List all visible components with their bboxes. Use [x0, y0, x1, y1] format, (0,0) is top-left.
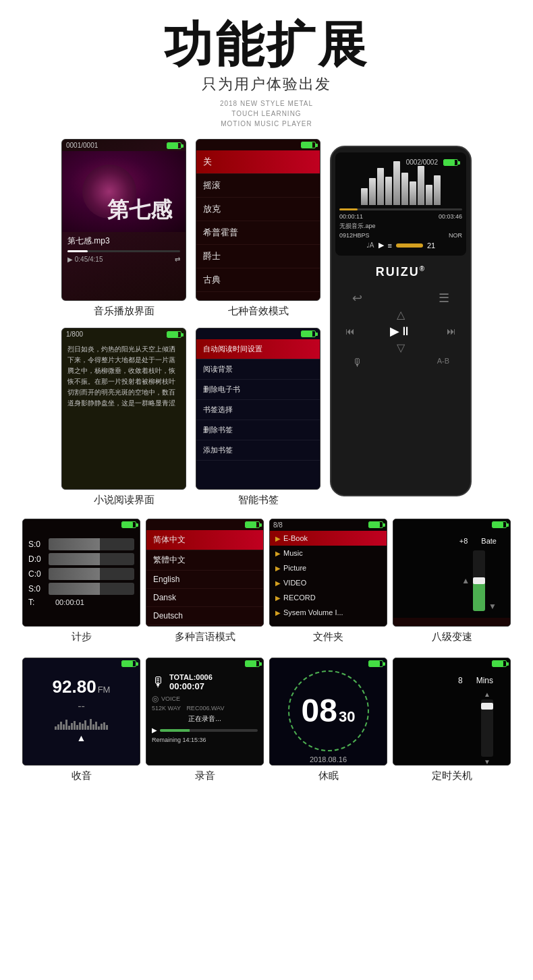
device-nav-row1: ↩ ☰	[339, 291, 463, 306]
folder-item-3[interactable]: ▶VIDEO	[270, 575, 387, 590]
eq-item-4[interactable]: 爵士	[196, 245, 320, 268]
lang-battery	[245, 521, 260, 528]
rec-format-row: 512K WAY REC006.WAV	[152, 705, 258, 712]
radio-bar-17	[98, 726, 100, 730]
back-icon[interactable]: ↩	[352, 291, 362, 306]
lang-header	[146, 519, 263, 530]
bookmark-item-1[interactable]: 阅读背景	[196, 359, 320, 380]
eq-item-3[interactable]: 希普霍普	[196, 221, 320, 245]
pedometer-bar-c	[49, 568, 134, 580]
mic-nav-icon[interactable]: 🎙	[352, 357, 363, 369]
header-small-text: 2018 NEW STYLE METALTOUCH LEARNINGMOTION…	[13, 98, 520, 129]
pedometer-s2: S:0	[28, 583, 134, 595]
folder-icon-2: ▶	[275, 565, 281, 572]
bookmark-item-4[interactable]: 删除书签	[196, 420, 320, 440]
folder-item-5[interactable]: ▶Sysem Volume I...	[270, 605, 387, 620]
folder-item-1[interactable]: ▶Music	[270, 546, 387, 560]
device-display: 0002/0002	[335, 152, 466, 256]
radio-bar-3	[60, 722, 62, 730]
rec-play-icon: ▶	[152, 726, 157, 734]
rec-total: TOTAL:0006	[169, 673, 213, 681]
radio-container: 92.80 FM --	[22, 658, 140, 786]
novel-header: 1/800	[62, 328, 186, 340]
eq-item-1[interactable]: 摇滚	[196, 174, 320, 198]
timer-unit: Mins	[476, 676, 493, 685]
lang-item-0[interactable]: 简体中文	[146, 530, 263, 550]
speed-plus-label: +8	[459, 537, 468, 545]
top-section: 0001/0001 第七感 第七感.mp3 ▶ 0:45/4:15 ⇄	[0, 136, 533, 513]
folder-screen: 8/8 ▶E-Book ▶Music ▶Picture ▶VIDEO ▶RECO…	[269, 519, 387, 627]
music-info: 第七感.mp3 ▶ 0:45/4:15 ⇄	[62, 232, 186, 266]
music-time: ▶ 0:45/4:15	[67, 256, 103, 263]
sleep-header	[270, 658, 387, 669]
eq-screen-container: 关 摇滚 放克 希普霍普 爵士 古典 七种音效模式	[196, 139, 320, 321]
page-header: 功能扩展 只为用户体验出发 2018 NEW STYLE METALTOUCH …	[0, 0, 533, 136]
folder-item-4[interactable]: ▶RECORD	[270, 590, 387, 605]
next-icon[interactable]: ⏭	[447, 326, 456, 337]
speed-bate-label: Bate	[481, 537, 497, 545]
speed-header	[393, 519, 510, 530]
radio-bar-20	[106, 725, 108, 730]
novel-screen-container: 1/800 烈日如炎，灼热的阳光从天空上倾洒下来，令得整片大地都是处于一片蒸腾之…	[61, 328, 186, 510]
timer-caption: 定时关机	[432, 770, 472, 786]
folder-icon-0: ▶	[275, 535, 281, 542]
speed-up-arrow[interactable]: ▲	[461, 576, 470, 585]
radio-bar-13	[87, 726, 89, 730]
device-ctrl-eq: ≡	[388, 241, 392, 250]
sleep-time-small: 30	[339, 708, 355, 726]
device-container: 0002/0002	[330, 146, 472, 496]
sleep-date: 2018.08.16	[310, 755, 347, 763]
device-time-total: 00:03:46	[439, 213, 462, 220]
folder-icon-5: ▶	[275, 609, 281, 616]
lang-item-4[interactable]: Deutsch	[146, 607, 263, 625]
bookmark-item-0[interactable]: 自动阅读时间设置	[196, 339, 320, 359]
eq-item-2[interactable]: 放克	[196, 198, 320, 221]
radio-arrow-up[interactable]: ▲	[77, 732, 86, 743]
device-volume-bar	[396, 243, 423, 248]
sleep-caption: 休眠	[318, 770, 339, 786]
novel-caption: 小说阅读界面	[94, 494, 155, 510]
speed-down-arrow[interactable]: ▼	[488, 602, 497, 611]
eq-screen: 关 摇滚 放克 希普霍普 爵士 古典	[196, 139, 320, 301]
up-icon[interactable]: △	[397, 308, 405, 321]
folder-icon-4: ▶	[275, 594, 281, 602]
rec-total-info: TOTAL:0006 00:00:07	[169, 673, 213, 691]
timer-down-arrow[interactable]: ▼	[484, 758, 490, 766]
radio-bar-2	[57, 724, 59, 730]
folder-item-0[interactable]: ▶E-Book	[270, 531, 387, 546]
down-icon[interactable]: ▽	[397, 341, 405, 354]
device-ctrl-play[interactable]: ▶	[378, 241, 384, 250]
play-pause-icon[interactable]: ▶⏸	[390, 324, 412, 339]
prev-icon[interactable]: ⏮	[345, 326, 355, 337]
bookmark-item-3[interactable]: 书签选择	[196, 400, 320, 420]
menu-icon[interactable]: ☰	[439, 291, 449, 306]
sleep-circle: 08 30	[288, 670, 369, 751]
music-caption: 音乐播放界面	[94, 305, 155, 321]
radio-freq-row: 92.80 FM	[53, 676, 111, 697]
radio-caption: 收音	[72, 770, 92, 786]
ab-icon[interactable]: A-B	[437, 357, 449, 369]
folder-item-2[interactable]: ▶Picture	[270, 560, 387, 575]
sleep-battery	[368, 660, 383, 667]
eq-item-0[interactable]: 关	[196, 150, 320, 174]
speed-arrows-down: ▼	[488, 551, 497, 611]
radio-bar-11	[82, 724, 84, 730]
folder-icon-1: ▶	[275, 550, 281, 557]
radio-bars	[55, 718, 108, 730]
eq-item-5[interactable]: 古典	[196, 268, 320, 292]
lang-item-3[interactable]: Dansk	[146, 589, 263, 607]
device-num-text: 0002/0002	[406, 158, 438, 166]
lang-item-5[interactable]: Italiano	[146, 625, 263, 627]
rec-battery	[245, 660, 260, 667]
recording-caption: 录音	[195, 770, 215, 786]
bookmark-item-2[interactable]: 删除电子书	[196, 380, 320, 400]
rec-filename: REC006.WAV	[186, 705, 224, 712]
lang-item-1[interactable]: 繁體中文	[146, 550, 263, 571]
pedometer-header	[23, 519, 140, 530]
timer-up-arrow[interactable]: ▲	[484, 691, 490, 698]
timer-screen: 8 Mins ▲ ▼	[393, 658, 511, 766]
bookmark-item-5[interactable]: 添加书签	[196, 440, 320, 461]
lang-item-2[interactable]: English	[146, 571, 263, 589]
pedometer-battery	[121, 521, 136, 528]
language-caption: 多种言语模式	[175, 631, 235, 647]
